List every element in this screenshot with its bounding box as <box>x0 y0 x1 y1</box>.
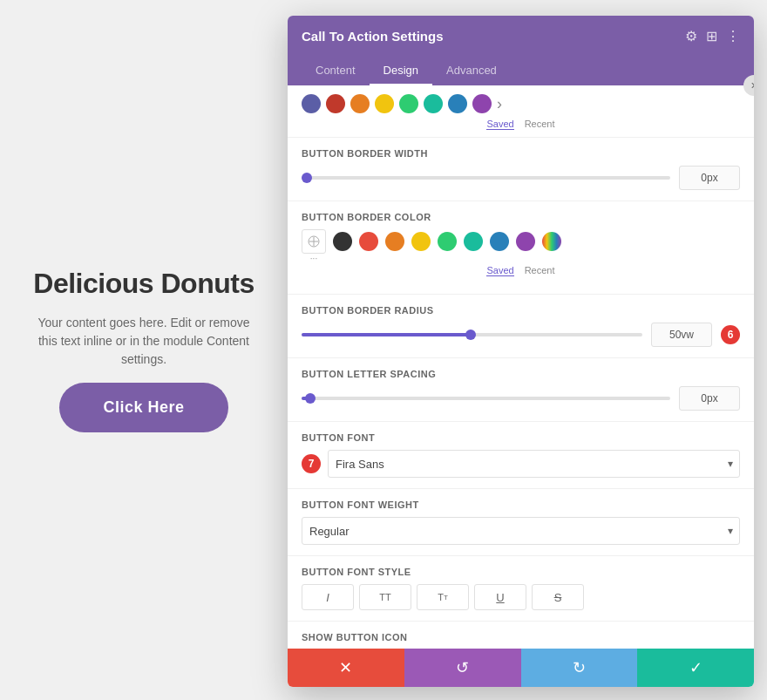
border-swatch-blue[interactable] <box>490 232 509 251</box>
more-icon[interactable]: ⋮ <box>726 28 740 44</box>
panel-footer: ✕ ↺ ↻ ✓ <box>288 649 754 687</box>
border-width-thumb[interactable] <box>302 173 312 183</box>
left-panel: Delicious Donuts Your content goes here.… <box>0 0 288 700</box>
border-swatch-red[interactable] <box>359 232 378 251</box>
cta-button[interactable]: Click Here <box>59 383 227 432</box>
border-color-label: Button Border Color <box>302 212 740 222</box>
border-radius-track[interactable] <box>302 333 642 336</box>
save-button[interactable]: ✓ <box>637 649 754 687</box>
border-swatch-teal[interactable] <box>464 232 483 251</box>
border-width-track[interactable] <box>302 176 670 180</box>
border-swatch-black[interactable] <box>333 232 352 251</box>
swatch-7[interactable] <box>448 94 467 113</box>
letter-spacing-slider-row: 0px <box>302 386 740 411</box>
swatch-6[interactable] <box>424 94 443 113</box>
font-label: Button Font <box>302 432 740 443</box>
recent-link-top[interactable]: Recent <box>525 119 555 130</box>
swatch-3[interactable] <box>350 94 370 113</box>
border-width-value[interactable]: 0px <box>679 166 740 190</box>
font-weight-select[interactable]: Regular Bold Light <box>302 517 740 545</box>
letter-spacing-value[interactable]: 0px <box>679 386 740 411</box>
color-swatches-top: › <box>288 85 754 117</box>
swatch-1[interactable] <box>302 94 321 113</box>
font-badge: 7 <box>302 454 321 473</box>
border-swatch-orange[interactable] <box>385 232 404 251</box>
tab-content[interactable]: Content <box>302 57 370 85</box>
font-weight-section: Button Font Weight Regular Bold Light ▾ <box>288 488 754 555</box>
letter-spacing-section: Button Letter Spacing 0px <box>288 357 754 421</box>
grid-icon[interactable]: ⊞ <box>706 28 717 44</box>
font-caps-btn[interactable]: TT <box>417 584 469 610</box>
font-section: Button Font 7 Fira Sans ▾ <box>288 421 754 488</box>
border-width-slider-row: 0px <box>302 166 740 190</box>
border-radius-thumb[interactable] <box>465 330 476 340</box>
panel-title: Call To Action Settings <box>302 29 444 44</box>
font-select-wrapper: Fira Sans ▾ <box>328 450 740 478</box>
recent-link-color[interactable]: Recent <box>525 265 555 276</box>
more-swatches-icon[interactable]: › <box>497 95 502 113</box>
show-icon-section: Show Button Icon YES <box>288 621 754 649</box>
swatch-5[interactable] <box>399 94 418 113</box>
font-style-label: Button Font Style <box>302 567 740 577</box>
border-width-label: Button Border Width <box>302 148 740 159</box>
panel-tabs: Content Design Advanced <box>288 57 754 85</box>
saved-link-color[interactable]: Saved <box>486 265 513 276</box>
font-weight-select-wrapper: Regular Bold Light ▾ <box>302 517 740 545</box>
border-radius-value[interactable]: 50vw <box>651 323 712 347</box>
tab-advanced[interactable]: Advanced <box>432 57 511 85</box>
letter-spacing-track[interactable] <box>302 397 670 400</box>
show-icon-label: Show Button Icon <box>302 632 740 642</box>
font-strikethrough-btn[interactable]: S <box>532 584 584 610</box>
border-swatch-gradient[interactable] <box>542 232 561 251</box>
saved-link-top[interactable]: Saved <box>486 119 513 130</box>
border-width-section: Button Border Width 0px <box>288 137 754 200</box>
font-select[interactable]: Fira Sans <box>328 450 740 478</box>
swatch-2[interactable] <box>326 94 345 113</box>
saved-recent-top: Saved Recent <box>288 117 754 137</box>
border-radius-badge: 6 <box>721 325 740 344</box>
border-color-section: Button Border Color <box>288 200 754 294</box>
font-allcaps-btn[interactable]: TT <box>359 584 411 610</box>
panel-body[interactable]: › Saved Recent Button Border Width 0px B… <box>288 85 754 649</box>
font-underline-btn[interactable]: U <box>474 584 526 610</box>
color-picker-button[interactable] <box>302 229 326 254</box>
border-radius-fill <box>302 333 472 336</box>
undo-button[interactable]: ↺ <box>404 649 521 687</box>
page-title: Delicious Donuts <box>33 268 254 300</box>
swatch-8[interactable] <box>472 94 492 113</box>
font-style-row: I TT TT U S <box>302 584 740 610</box>
border-radius-section: Button Border Radius 50vw 6 <box>288 294 754 357</box>
font-weight-label: Button Font Weight <box>302 500 740 510</box>
color-picker-dots: ··· <box>302 254 326 263</box>
settings-panel: Call To Action Settings ⚙ ⊞ ⋮ Content De… <box>288 16 754 687</box>
border-swatch-green[interactable] <box>438 232 457 251</box>
border-color-row <box>302 229 740 254</box>
font-style-section: Button Font Style I TT TT U S <box>288 555 754 621</box>
panel-header-icons: ⚙ ⊞ ⋮ <box>685 28 740 44</box>
border-swatch-purple[interactable] <box>516 232 535 251</box>
redo-button[interactable]: ↻ <box>521 649 638 687</box>
panel-header: Call To Action Settings ⚙ ⊞ ⋮ <box>288 16 754 57</box>
cancel-button[interactable]: ✕ <box>288 649 404 687</box>
letter-spacing-label: Button Letter Spacing <box>302 369 740 379</box>
settings-icon[interactable]: ⚙ <box>685 28 697 44</box>
page-subtitle: Your content goes here. Edit or remove t… <box>31 314 257 369</box>
saved-recent-color: Saved Recent <box>302 263 740 283</box>
border-radius-slider-row: 50vw 6 <box>302 323 740 347</box>
font-select-row: 7 Fira Sans ▾ <box>302 450 740 478</box>
letter-spacing-thumb[interactable] <box>305 393 316 404</box>
border-radius-label: Button Border Radius <box>302 305 740 316</box>
tab-design[interactable]: Design <box>370 57 432 85</box>
border-swatch-yellow[interactable] <box>411 232 431 251</box>
swatch-4[interactable] <box>375 94 394 113</box>
font-italic-btn[interactable]: I <box>302 584 354 610</box>
